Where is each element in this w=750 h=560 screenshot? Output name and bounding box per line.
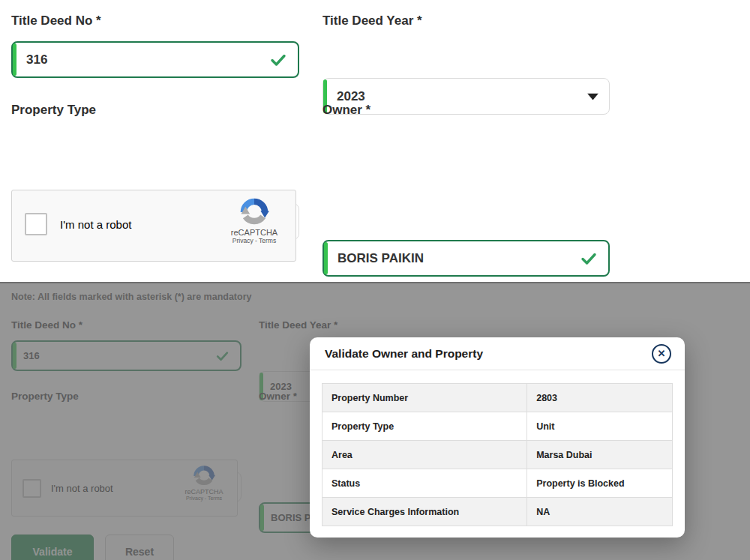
title-deed-year-value: 2023 xyxy=(323,89,365,104)
row-label: Area xyxy=(322,441,527,469)
green-accent-bar xyxy=(13,43,16,76)
property-form-section: Title Deed No * 316 Title Deed Year * 20… xyxy=(0,0,750,282)
green-accent-bar xyxy=(324,242,328,274)
property-details-table: Property Number 2803 Property Type Unit … xyxy=(322,383,673,526)
title-deed-no-input[interactable]: 316 xyxy=(11,41,299,78)
title-deed-no-value: 316 xyxy=(13,52,47,67)
table-row: Property Type Unit xyxy=(322,412,673,441)
owner-label: Owner * xyxy=(322,103,370,118)
modal-title: Validate Owner and Property xyxy=(325,347,483,361)
owner-value: BORIS PAIKIN xyxy=(324,251,424,266)
check-icon xyxy=(580,250,598,268)
title-deed-year-label: Title Deed Year * xyxy=(322,13,422,28)
modal-body: Property Number 2803 Property Type Unit … xyxy=(310,370,685,538)
recaptcha-brand: reCAPTCHA xyxy=(231,228,278,237)
title-deed-no-label: Title Deed No * xyxy=(11,13,101,28)
row-value: 2803 xyxy=(527,384,673,412)
table-row: Area Marsa Dubai xyxy=(322,441,673,469)
recaptcha-icon xyxy=(239,197,269,227)
row-value: Marsa Dubai xyxy=(527,441,673,469)
row-label: Service Charges Information xyxy=(322,498,527,526)
row-label: Status xyxy=(322,469,527,498)
dimmed-form-section: Note: All fields marked with asterisk (*… xyxy=(0,282,750,560)
validate-owner-property-modal: Validate Owner and Property ✕ Property N… xyxy=(310,337,685,538)
modal-header: Validate Owner and Property ✕ xyxy=(310,337,685,370)
chevron-down-icon xyxy=(587,93,598,100)
owner-input[interactable]: BORIS PAIKIN xyxy=(322,240,610,277)
table-row: Status Property is Blocked xyxy=(322,469,673,498)
row-label: Property Type xyxy=(322,412,527,441)
recaptcha-label: I'm not a robot xyxy=(60,218,131,231)
row-value: NA xyxy=(527,498,673,526)
row-label: Property Number xyxy=(322,384,527,412)
table-row: Service Charges Information NA xyxy=(322,498,673,526)
recaptcha-logo-block: reCAPTCHA Privacy - Terms xyxy=(222,197,286,244)
row-value: Unit xyxy=(527,412,673,441)
table-row: Property Number 2803 xyxy=(322,384,673,412)
property-type-label: Property Type xyxy=(11,103,96,118)
recaptcha-privacy-terms[interactable]: Privacy - Terms xyxy=(232,237,276,244)
check-icon xyxy=(269,51,287,69)
recaptcha-checkbox[interactable] xyxy=(25,213,47,235)
close-icon[interactable]: ✕ xyxy=(652,344,671,364)
recaptcha-widget: I'm not a robot reCAPTCHA Privacy - Term… xyxy=(11,190,296,262)
row-value: Property is Blocked xyxy=(527,469,673,498)
